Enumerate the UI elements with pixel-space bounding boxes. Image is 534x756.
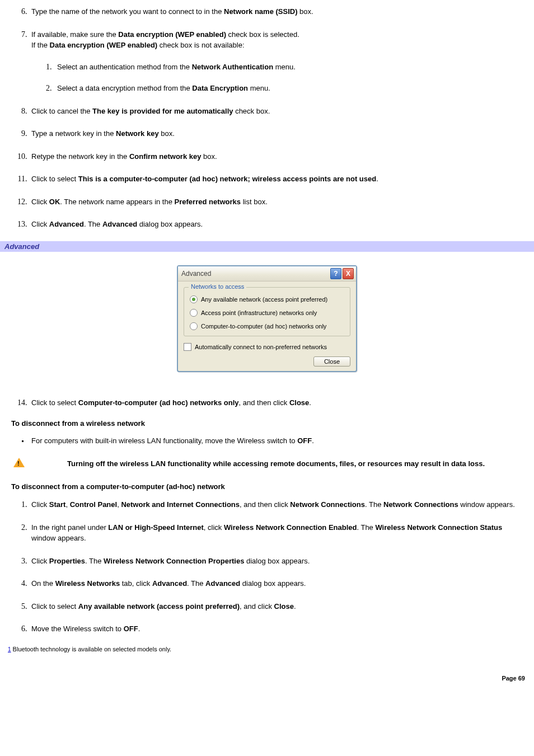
- b-step-4: On the Wireless Networks tab, click Adva…: [29, 577, 528, 589]
- b-step-6: Move the Wireless switch to OFF.: [29, 623, 528, 635]
- page-number: Page 69: [0, 652, 534, 687]
- warning-block: Turning off the wireless LAN functionali…: [11, 458, 523, 471]
- b-step-3: Click Properties. The Wireless Network C…: [29, 555, 528, 567]
- heading-disconnect-adhoc: To disconnect from a computer-to-compute…: [11, 482, 528, 491]
- step-8: Click to cancel the The key is provided …: [29, 105, 528, 117]
- b-step-5: Click to select Any available network (a…: [29, 600, 528, 612]
- step-13: Click Advanced. The Advanced dialog box …: [29, 218, 528, 230]
- dialog-title: Advanced: [181, 270, 329, 278]
- auto-connect-checkbox[interactable]: Automatically connect to non-preferred n…: [184, 343, 350, 351]
- footnote: 1 Bluetooth technology is available on s…: [8, 646, 528, 652]
- step-9: Type a network key in the Network key bo…: [29, 128, 528, 139]
- dialog-titlebar: Advanced ? X: [178, 266, 356, 281]
- radio-unselected-icon: [190, 309, 198, 317]
- step-10: Retype the network key in the Confirm ne…: [29, 151, 528, 162]
- heading-disconnect-wireless: To disconnect from a wireless network: [11, 419, 528, 428]
- instruction-list-a: Type the name of the network you want to…: [6, 6, 528, 230]
- radio-access-point-only[interactable]: Access point (infrastructure) networks o…: [190, 309, 344, 317]
- step-7-sublist: Select an authentication method from the…: [31, 61, 528, 94]
- step-7-2: Select a data encryption method from the…: [54, 82, 528, 94]
- radio-selected-icon: [190, 295, 198, 303]
- disconnect-bullet-list: For computers with built-in wireless LAN…: [6, 435, 528, 447]
- step-6: Type the name of the network you want to…: [29, 6, 528, 17]
- advanced-dialog: Advanced ? X Networks to access Any avai…: [177, 265, 357, 372]
- step-7: If available, make sure the Data encrypt…: [29, 29, 528, 94]
- checkbox-icon: [184, 343, 191, 351]
- group-legend: Networks to access: [189, 283, 246, 290]
- section-heading-advanced: Advanced: [0, 241, 534, 252]
- step-7-1: Select an authentication method from the…: [54, 61, 528, 73]
- step-14: Click to select Computer-to-computer (ad…: [29, 397, 528, 408]
- instruction-list-a-cont: Click to select Computer-to-computer (ad…: [6, 397, 528, 408]
- step-12: Click OK. The network name appears in th…: [29, 196, 528, 208]
- step-11: Click to select This is a computer-to-co…: [29, 173, 528, 185]
- b-step-2: In the right panel under LAN or High-Spe…: [29, 522, 528, 544]
- networks-to-access-group: Networks to access Any available network…: [184, 287, 350, 336]
- instruction-list-b: Click Start, Control Panel, Network and …: [6, 499, 528, 635]
- b-step-1: Click Start, Control Panel, Network and …: [29, 499, 528, 510]
- disconnect-bullet: For computers with built-in wireless LAN…: [29, 435, 528, 447]
- radio-any-available[interactable]: Any available network (access point pref…: [190, 295, 344, 303]
- warning-icon: [13, 458, 25, 467]
- close-button[interactable]: Close: [313, 356, 350, 367]
- warning-text: Turning off the wireless LAN functionali…: [67, 459, 485, 467]
- footnote-text: Bluetooth technology is available on sel…: [11, 646, 172, 652]
- radio-unselected-icon: [190, 322, 198, 330]
- close-icon[interactable]: X: [343, 268, 354, 279]
- radio-adhoc-only[interactable]: Computer-to-computer (ad hoc) networks o…: [190, 322, 344, 330]
- help-button[interactable]: ?: [330, 268, 341, 279]
